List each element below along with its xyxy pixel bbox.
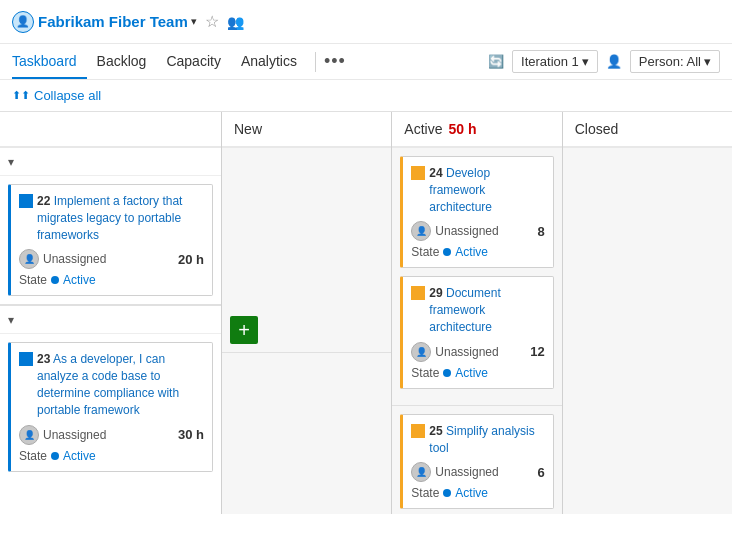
story-type-icon xyxy=(19,194,33,208)
star-icon[interactable]: ☆ xyxy=(205,12,219,31)
col-closed-body xyxy=(563,148,732,514)
story2-state: State Active xyxy=(19,449,204,463)
state-dot2 xyxy=(51,452,59,460)
story2-card-title[interactable]: 23 As a developer, I can analyze a code … xyxy=(19,351,204,418)
row1-new-section: + xyxy=(222,148,391,353)
avatar-29: 👤 xyxy=(411,342,431,362)
person-label: Person: All xyxy=(639,54,701,69)
iteration-label: Iteration 1 xyxy=(521,54,579,69)
col-active: Active 50 h 24 Develop framework archite… xyxy=(392,112,562,514)
task-icon-24 xyxy=(411,166,425,180)
tab-taskboard[interactable]: Taskboard xyxy=(12,45,87,79)
story-column: ▾ 22 Implement a factory that migrates l… xyxy=(0,112,222,514)
row2-story-card: 23 As a developer, I can analyze a code … xyxy=(8,342,213,471)
dot-29 xyxy=(443,369,451,377)
avatar-24: 👤 xyxy=(411,221,431,241)
nav-divider xyxy=(315,52,316,72)
story-card-title[interactable]: 22 Implement a factory that migrates leg… xyxy=(19,193,204,243)
card-25: 25 Simplify analysis tool 👤 Unassigned 6… xyxy=(400,414,553,510)
story-col-header xyxy=(0,112,221,148)
col-new: New + xyxy=(222,112,392,514)
row2-toggle[interactable]: ▾ xyxy=(0,306,221,334)
row1-group: ▾ 22 Implement a factory that migrates l… xyxy=(0,148,221,296)
toolbar: ⬆⬆ Collapse all xyxy=(0,80,732,112)
avatar2: 👤 xyxy=(19,425,39,445)
row2-active-section: 25 Simplify analysis tool 👤 Unassigned 6… xyxy=(392,406,561,514)
dot-25 xyxy=(443,489,451,497)
col-new-body: + xyxy=(222,148,391,514)
col-new-header: New xyxy=(222,112,391,148)
card-24-hours: 8 xyxy=(537,224,544,239)
card-29: 29 Document framework architecture 👤 Una… xyxy=(400,276,553,388)
iteration-icon: 🔄 xyxy=(488,54,504,69)
card-25-hours: 6 xyxy=(537,465,544,480)
collapse-all-button[interactable]: ⬆⬆ Collapse all xyxy=(12,88,101,103)
row1-story-card: 22 Implement a factory that migrates leg… xyxy=(8,184,213,296)
nav-tabs: Taskboard Backlog Capacity Analytics •••… xyxy=(0,44,732,80)
story2-type-icon xyxy=(19,352,33,366)
chevron-down-icon[interactable]: ▾ xyxy=(191,15,197,28)
story-state: State Active xyxy=(19,273,204,287)
active-hours: 50 h xyxy=(448,121,476,137)
team-icon: 👤 xyxy=(12,11,34,33)
dot-24 xyxy=(443,248,451,256)
avatar: 👤 xyxy=(19,249,39,269)
state-dot xyxy=(51,276,59,284)
team-name[interactable]: Fabrikam Fiber Team xyxy=(38,13,188,30)
col-closed: Closed xyxy=(563,112,732,514)
card-29-title[interactable]: 29 Document framework architecture xyxy=(411,285,544,335)
card-29-hours: 12 xyxy=(530,344,544,359)
story2-card-footer: 👤 Unassigned 30 h xyxy=(19,425,204,445)
iteration-button[interactable]: Iteration 1 ▾ xyxy=(512,50,598,73)
col-active-header: Active 50 h xyxy=(392,112,561,148)
row2-new-section xyxy=(222,353,391,514)
collapse-icon: ⬆⬆ xyxy=(12,89,30,102)
row2-group: ▾ 23 As a developer, I can analyze a cod… xyxy=(0,304,221,471)
state-label-text: State xyxy=(19,273,47,287)
card-24-title[interactable]: 24 Develop framework architecture xyxy=(411,165,544,215)
row1-toggle-icon: ▾ xyxy=(8,155,14,169)
task-icon-25 xyxy=(411,424,425,438)
nav-more-icon[interactable]: ••• xyxy=(324,51,346,72)
row2-toggle-icon: ▾ xyxy=(8,313,14,327)
board-main: New + Active 50 h xyxy=(222,112,732,514)
row1-active-section: 24 Develop framework architecture 👤 Unas… xyxy=(392,148,561,406)
story-card-user: 👤 Unassigned xyxy=(19,249,106,269)
person-filter-button[interactable]: Person: All ▾ xyxy=(630,50,720,73)
person-filter-icon: 👤 xyxy=(606,54,622,69)
task-icon-29 xyxy=(411,286,425,300)
story-hours: 20 h xyxy=(178,252,204,267)
tab-capacity[interactable]: Capacity xyxy=(156,45,230,79)
card-25-title[interactable]: 25 Simplify analysis tool xyxy=(411,423,544,457)
row1-toggle[interactable]: ▾ xyxy=(0,148,221,176)
top-bar: 👤 Fabrikam Fiber Team ▾ ☆ 👥 xyxy=(0,0,732,44)
col-closed-header: Closed xyxy=(563,112,732,148)
iteration-chevron-icon: ▾ xyxy=(582,54,589,69)
nav-right: 🔄 Iteration 1 ▾ 👤 Person: All ▾ xyxy=(488,50,720,73)
card-24: 24 Develop framework architecture 👤 Unas… xyxy=(400,156,553,268)
story-card-footer: 👤 Unassigned 20 h xyxy=(19,249,204,269)
add-card-button[interactable]: + xyxy=(230,316,258,344)
tab-analytics[interactable]: Analytics xyxy=(231,45,307,79)
story2-hours: 30 h xyxy=(178,427,204,442)
state-value: Active xyxy=(63,273,96,287)
tab-backlog[interactable]: Backlog xyxy=(87,45,157,79)
person-chevron-icon: ▾ xyxy=(704,54,711,69)
col-active-body: 24 Develop framework architecture 👤 Unas… xyxy=(392,148,561,514)
story2-card-user: 👤 Unassigned xyxy=(19,425,106,445)
add-person-icon[interactable]: 👥 xyxy=(227,14,244,30)
board: ▾ 22 Implement a factory that migrates l… xyxy=(0,112,732,514)
avatar-25: 👤 xyxy=(411,462,431,482)
